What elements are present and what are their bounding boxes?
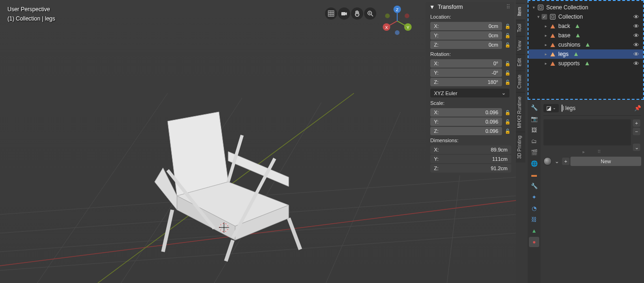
scale-y-field[interactable]: Y:0.096 (430, 117, 502, 126)
outliner-item-back[interactable]: ▸ back 👁 (529, 21, 643, 31)
expand-icon[interactable]: ▸ (542, 52, 549, 56)
ptab-particles[interactable]: ✦ (529, 192, 539, 202)
ptab-mesh[interactable]: ▲ (529, 226, 539, 236)
expand-icon[interactable]: ▸ (542, 61, 549, 66)
lock-icon[interactable]: 🔓 (504, 109, 511, 116)
rotation-x-field[interactable]: X:0° (430, 59, 502, 68)
viewport-info: User Perspective (1) Collection | legs (7, 5, 55, 23)
svg-line-5 (121, 98, 242, 283)
mesh-icon (549, 22, 556, 30)
svg-line-16 (233, 159, 275, 238)
lock-icon[interactable]: 🔓 (504, 118, 511, 125)
collection-checkbox[interactable]: ✓ (542, 14, 547, 20)
scale-x-field[interactable]: X:0.096 (430, 108, 502, 117)
transform-panel-header[interactable]: ▼ Transform ⠿ (426, 2, 514, 12)
ptab-physics[interactable]: ◔ (529, 203, 539, 214)
navigation-gizmo[interactable]: X Y Z (381, 5, 414, 37)
dim-z-field[interactable]: Z:91.2cm (430, 164, 511, 173)
material-slot-list[interactable] (543, 119, 631, 145)
tab-tool[interactable]: Tool (516, 20, 525, 36)
material-new-button[interactable]: New (570, 157, 641, 166)
ptab-viewlayer[interactable]: 🗂 (529, 136, 539, 146)
tab-view[interactable]: View (516, 36, 525, 55)
eye-icon[interactable]: 👁 (633, 14, 639, 21)
list-resize-handle[interactable]: ▸ ⠿ (543, 148, 641, 155)
eye-icon[interactable]: 👁 (633, 41, 639, 48)
viewport-3d[interactable]: User Perspective (1) Collection | legs X… (0, 0, 516, 283)
lock-icon[interactable]: 🔓 (504, 69, 511, 76)
rotation-y-field[interactable]: Y:-0° (430, 69, 502, 77)
outliner[interactable]: ▾ Scene Collection ▾ ✓ Collection 👁 ▸ ba… (528, 0, 644, 100)
svg-line-3 (0, 233, 516, 270)
outliner-item-supports[interactable]: ▸ supports 👁 (529, 59, 643, 68)
location-x-field[interactable]: X:0cm (430, 22, 502, 30)
ptab-object[interactable]: ▬ (529, 170, 539, 180)
svg-line-7 (326, 112, 400, 283)
location-z-field[interactable]: Z:0cm (430, 41, 502, 49)
eye-icon[interactable]: 👁 (633, 51, 639, 58)
mesh-icon (549, 60, 556, 67)
material-add-inline-button[interactable]: + (562, 158, 569, 165)
eye-icon[interactable]: 👁 (633, 23, 639, 30)
ptab-scene[interactable]: 🎬 (529, 147, 539, 158)
pan-view-button[interactable] (351, 7, 363, 20)
rotation-mode-dropdown[interactable]: XYZ Euler⌄ (430, 89, 509, 97)
ptab-material[interactable]: ● (529, 237, 539, 247)
gizmo-y-label: Y (407, 25, 409, 30)
material-menu-button[interactable]: ⌄ (633, 144, 640, 151)
mesh-data-icon (574, 52, 578, 56)
lock-icon[interactable]: 🔓 (504, 41, 511, 48)
rotation-label: Rotation: (426, 49, 514, 59)
ptab-render[interactable]: 📷 (529, 114, 539, 124)
ptab-tool[interactable]: 🔧 (529, 103, 539, 113)
viewport-header-buttons (325, 7, 376, 20)
outliner-collection[interactable]: ▾ ✓ Collection 👁 (529, 12, 643, 21)
outliner-item-cushions[interactable]: ▸ cushions 👁 (529, 40, 643, 49)
zoom-view-button[interactable] (364, 7, 376, 20)
ptab-output[interactable]: 🖼 (529, 125, 539, 135)
svg-line-12 (226, 240, 233, 261)
eye-icon[interactable]: 👁 (633, 60, 639, 67)
lock-icon[interactable]: 🔓 (504, 60, 511, 67)
item-label: legs (558, 51, 569, 57)
datablock-selector[interactable]: ◪⌄ (543, 104, 559, 112)
tab-3dprint[interactable]: 3D Printing (516, 131, 525, 162)
material-remove-button[interactable]: − (633, 128, 640, 135)
panel-drag-icon[interactable]: ⠿ (506, 4, 510, 10)
scale-z-field[interactable]: Z:0.096 (430, 127, 502, 135)
expand-icon[interactable]: ▸ (542, 24, 549, 28)
tab-item[interactable]: Item (516, 3, 525, 20)
ptab-constraints[interactable]: ⛓ (529, 214, 539, 225)
outliner-item-legs[interactable]: ▸ legs 👁 (529, 49, 643, 59)
dim-x-field[interactable]: X:89.9cm (430, 145, 511, 154)
material-add-button[interactable]: + (633, 119, 640, 127)
lock-icon[interactable]: 🔓 (504, 32, 511, 39)
lock-icon[interactable]: 🔓 (504, 127, 511, 135)
properties-tab-column: 🔧 📷 🖼 🗂 🎬 🌐 ▬ 🔧 ✦ ◔ ⛓ ▲ ● (528, 100, 541, 283)
outliner-item-base[interactable]: ▸ base 👁 (529, 31, 643, 40)
tab-create[interactable]: Create (516, 70, 525, 92)
tab-edit[interactable]: Edit (516, 54, 525, 70)
lock-icon[interactable]: 🔓 (504, 22, 511, 30)
tab-mhx2[interactable]: MHX2 Runtime (516, 92, 525, 132)
lock-icon[interactable]: 🔓 (504, 78, 511, 86)
expand-icon[interactable]: ▾ (530, 5, 537, 10)
expand-icon[interactable]: ▾ (535, 14, 542, 19)
dim-y-field[interactable]: Y:111cm (430, 155, 511, 163)
pin-icon[interactable]: 📌 (634, 105, 641, 111)
camera-view-button[interactable] (338, 7, 350, 20)
expand-icon[interactable]: ▸ (542, 33, 549, 38)
material-preview-icon[interactable] (543, 157, 552, 166)
material-browse-button[interactable]: ⌄ (553, 157, 561, 166)
mesh-icon (549, 50, 556, 58)
svg-point-38 (405, 14, 409, 18)
location-y-field[interactable]: Y:0cm (430, 31, 502, 40)
scene-collection-icon (537, 4, 544, 11)
ptab-modifier[interactable]: 🔧 (529, 181, 539, 191)
eye-icon[interactable]: 👁 (633, 32, 639, 39)
rotation-z-field[interactable]: Z:180° (430, 78, 502, 86)
expand-icon[interactable]: ▸ (542, 42, 549, 47)
grid-shading-button[interactable] (325, 7, 337, 20)
outliner-scene-collection[interactable]: ▾ Scene Collection (529, 3, 643, 12)
ptab-world[interactable]: 🌐 (529, 159, 539, 169)
